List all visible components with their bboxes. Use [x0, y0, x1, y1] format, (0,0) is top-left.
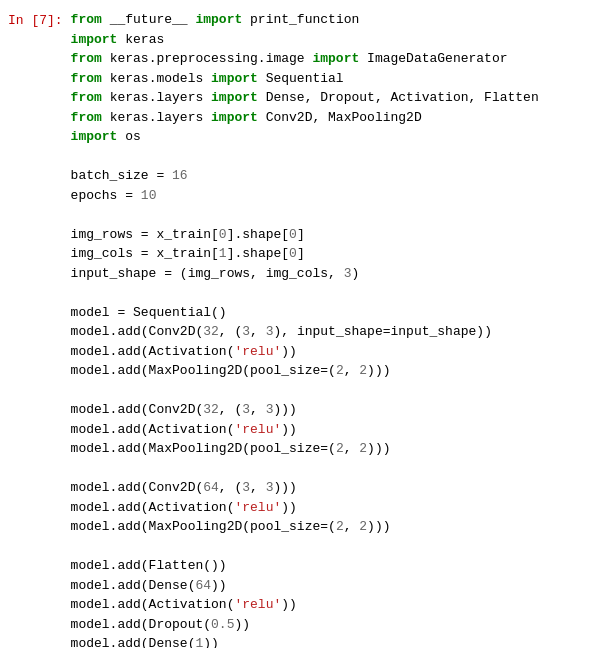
code-block[interactable]: from __future__ import print_function im…: [71, 8, 600, 648]
cell-label: In [7]:: [0, 8, 71, 648]
jupyter-cell: In [7]: from __future__ import print_fun…: [0, 0, 600, 648]
